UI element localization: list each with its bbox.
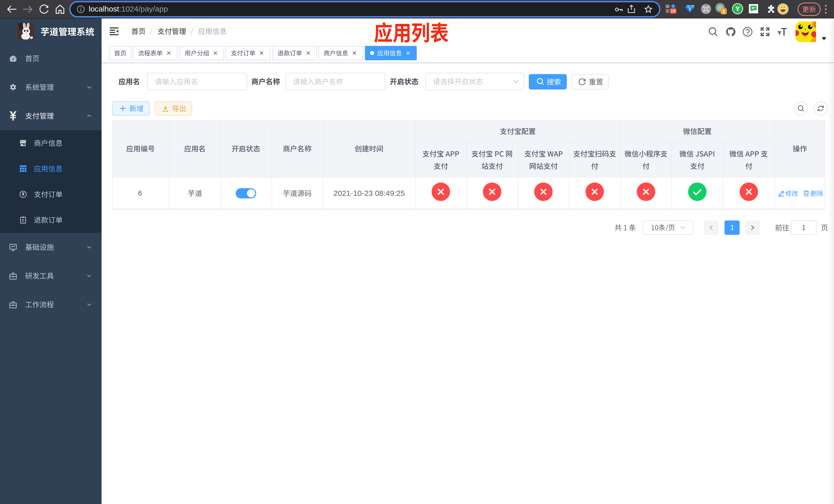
svg-text:10: 10 <box>671 8 676 14</box>
svg-text:1: 1 <box>722 9 725 14</box>
